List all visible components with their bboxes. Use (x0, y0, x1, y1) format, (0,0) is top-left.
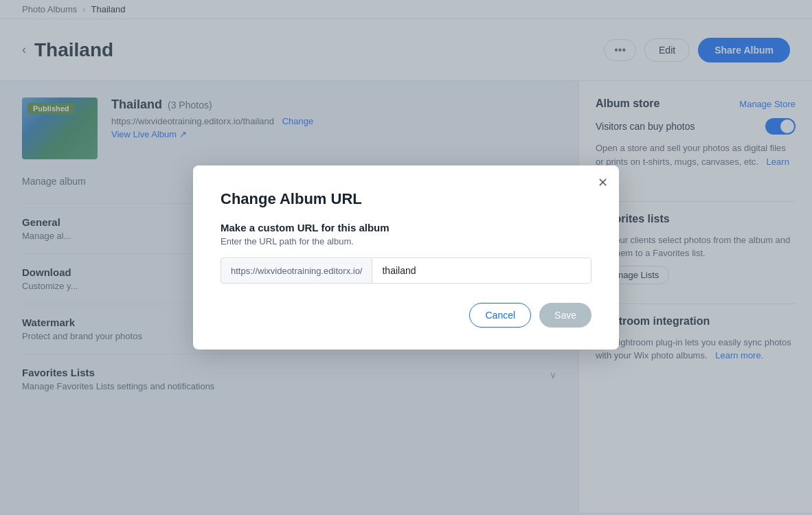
modal-close-button[interactable]: ✕ (598, 176, 608, 189)
save-button[interactable]: Save (539, 303, 591, 328)
change-album-url-modal: ✕ Change Album URL Make a custom URL for… (193, 165, 619, 350)
url-path-input[interactable] (372, 258, 591, 283)
modal-title: Change Album URL (221, 190, 591, 208)
modal-subtitle: Make a custom URL for this album (221, 222, 591, 233)
modal-overlay[interactable]: ✕ Change Album URL Make a custom URL for… (0, 0, 812, 515)
url-input-row: https://wixvideotraining.editorx.io/ (221, 258, 591, 284)
url-base-text: https://wixvideotraining.editorx.io/ (221, 259, 372, 283)
modal-hint: Enter the URL path for the album. (221, 236, 591, 247)
modal-actions: Cancel Save (221, 303, 591, 328)
cancel-button[interactable]: Cancel (469, 303, 531, 328)
